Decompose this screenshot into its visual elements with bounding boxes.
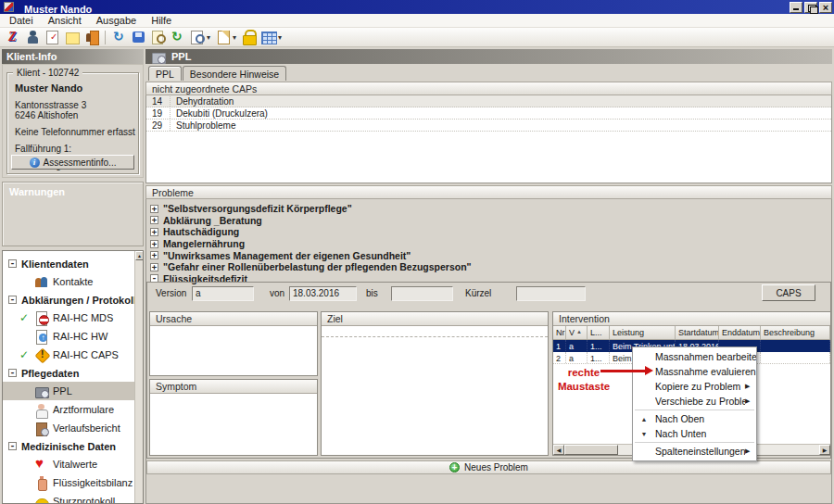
menu-item-verschiebe-zu-problem[interactable]: Verschiebe zu Problem [633,394,756,409]
client-phone-note: Keine Telefonnummer erfasst [15,127,138,137]
column-l[interactable]: L... [588,326,610,339]
lock-icon[interactable] [241,30,257,44]
tree-item-rai-hc-hw[interactable]: RAI-HC HW [3,327,135,346]
problem-item[interactable]: Abklärung _Beratung [150,215,827,227]
menu-item-spalteneinstellungen[interactable]: Spalteneinstellungen [633,444,756,459]
column-startdatum[interactable]: Startdatum [676,326,719,339]
tree-section-klientendaten[interactable]: Klientendaten [3,255,143,272]
caps-button[interactable]: CAPS [762,284,815,301]
empty-ziel-row[interactable] [322,326,548,337]
scroll-left-icon[interactable] [553,445,564,455]
tree-item-ppl[interactable]: PPL [3,382,135,400]
report-clock-icon [33,422,50,435]
tree-item-kontakte[interactable]: Kontakte [3,272,135,291]
kuerzel-field[interactable] [516,286,586,301]
tree-section-abklaerungen[interactable]: Abklärungen / Protokolle [3,291,143,309]
tasks-icon[interactable] [44,30,60,44]
menu-item-massnahmen-bearbeiten[interactable]: Massnahmen bearbeiten... [633,349,756,364]
collapse-icon[interactable] [8,442,17,450]
documents-icon[interactable] [215,30,231,44]
bis-date-field[interactable] [391,286,453,301]
von-date-field[interactable]: 18.03.2016 [289,286,357,301]
caps-row[interactable]: 29 Stuhlprobleme [146,120,831,132]
menu-ausgabe[interactable]: Ausgabe [89,15,144,26]
scroll-up-icon[interactable] [135,251,144,260]
symptom-header: Symptom [150,380,317,394]
minimize-button[interactable] [790,2,802,13]
menu-ansicht[interactable]: Ansicht [41,15,89,26]
kuerzel-label: Kürzel [465,288,491,298]
expand-icon[interactable] [150,205,158,213]
dropdown-arrow-icon[interactable]: ▾ [278,33,282,42]
restore-button[interactable] [804,2,817,13]
submenu-arrow-icon [745,397,756,405]
client-address-line1: Kantonsstrasse 3 [15,100,138,110]
problem-item[interactable]: "Selbstversorgungsdefizit Körperpflege" [150,203,827,215]
tree-item-rai-hc-mds[interactable]: ✓ RAI-HC MDS [3,309,135,327]
problem-item[interactable]: Hautschädigung [150,226,827,238]
preview-icon[interactable] [150,30,166,44]
intervention-column-headers: Nr V L... Leistung Startdatum Enddatum B… [553,326,830,340]
collapse-icon[interactable] [8,259,17,268]
problem-item[interactable]: Mangelernährung [150,238,827,250]
expand-icon[interactable] [150,263,158,271]
close-button[interactable] [819,2,832,13]
client-info-header: Klient-Info [2,49,144,64]
app-window: Muster Nando Datei Ansicht Ausgabe Hilfe… [0,0,834,504]
notes-icon[interactable] [64,30,80,44]
expand-icon[interactable] [150,228,158,236]
tree-item-arztformulare[interactable]: Arztformulare [3,400,135,419]
grid-icon[interactable] [260,30,276,44]
menu-item-kopiere-zu-problem[interactable]: Kopiere zu Problem [633,379,756,394]
sync-icon[interactable] [170,30,185,44]
caps-row[interactable]: 14 Dehydratation [146,95,831,107]
tree-section-medizinische-daten[interactable]: Medizinische Daten [3,437,143,455]
tree-scrollbar[interactable] [134,251,143,503]
column-leistung[interactable]: Leistung [610,326,676,339]
scroll-right-icon[interactable] [819,445,830,455]
column-enddatum[interactable]: Enddatum [719,326,761,339]
version-field[interactable]: a [192,286,254,301]
ursache-header: Ursache [150,312,317,326]
ursache-panel: Ursache [149,311,318,376]
exit-icon[interactable] [6,30,21,44]
print-preview-icon[interactable] [189,30,205,44]
problem-item[interactable]: "Gefahr einer Rollenüberbelastung der pf… [150,261,827,273]
dropdown-arrow-icon[interactable]: ▾ [233,33,236,42]
menu-hilfe[interactable]: Hilfe [144,15,179,26]
scrollbar-thumb[interactable] [564,445,618,455]
tree-item-vitalwerte[interactable]: Vitalwerte [3,455,135,473]
caps-row[interactable]: 19 Dekubiti (Druckulzera) [146,107,831,120]
tree-item-sturzprotokoll[interactable]: Sturzprotokoll [3,492,135,504]
tab-ppl[interactable]: PPL [148,66,182,81]
column-beschreibung[interactable]: Beschreibung [761,326,830,339]
tree-item-verlaufsbericht[interactable]: Verlaufsbericht [3,419,135,437]
save-icon[interactable] [131,30,146,44]
tab-besondere-hinweise[interactable]: Besondere Hinweise [183,66,286,81]
expand-icon[interactable] [150,251,158,259]
expand-icon[interactable] [150,240,158,248]
column-nr[interactable]: Nr [553,326,566,339]
tree-item-fluessigkeitsbilanz[interactable]: Flüssigkeitsbilanz [3,473,135,492]
collapse-icon[interactable] [8,369,17,377]
window-title: Muster Nando [18,0,790,15]
problem-item[interactable]: "Unwirksames Management der eigenen Gesu… [150,249,827,261]
menu-item-nach-oben[interactable]: Nach Oben [633,411,756,426]
client-icon[interactable] [25,30,41,44]
menu-datei[interactable]: Datei [0,15,41,26]
tree-item-rai-hc-caps[interactable]: ✓ RAI-HC CAPS [3,346,135,364]
client-groupbox: Klient - 102742 Muster Nando Kantonsstra… [6,72,139,174]
menu-item-nach-unten[interactable]: Nach Unten [633,426,756,441]
up-arrow-icon [633,416,655,422]
expand-icon[interactable] [150,216,158,224]
collapse-icon[interactable] [8,296,17,304]
assessment-info-button[interactable]: Assessmentinfo... [11,155,134,170]
dropdown-arrow-icon[interactable]: ▾ [207,33,210,42]
tree-section-pflegedaten[interactable]: Pflegedaten [3,364,143,382]
ppl-panel-header: PPL [145,49,832,64]
refresh-icon[interactable] [111,30,127,44]
column-v[interactable]: V [566,326,588,339]
logout-icon[interactable] [83,30,99,44]
document-up-icon [33,330,50,344]
new-problem-button[interactable]: Neues Problem [146,460,831,474]
